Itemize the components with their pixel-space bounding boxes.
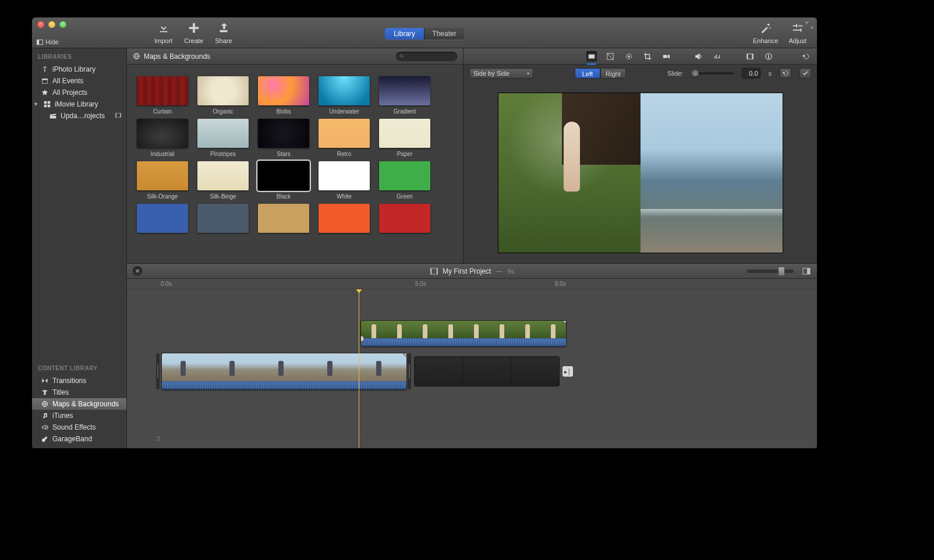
right-column: Maps & Backgrounds CurtainOrganicBlobsUn… xyxy=(127,48,817,448)
close-icon[interactable]: ✕ xyxy=(133,267,142,276)
sidebar-item-iphoto[interactable]: iPhoto Library xyxy=(32,63,126,75)
background-swatch[interactable]: Retro xyxy=(317,119,372,158)
sidebar-item-events[interactable]: All Events xyxy=(32,75,126,87)
background-label: Retro xyxy=(317,151,372,158)
sidebar-item-transitions[interactable]: Transitions xyxy=(32,375,126,387)
background-swatch[interactable] xyxy=(256,204,311,243)
equalizer-icon[interactable] xyxy=(712,51,723,62)
background-swatch[interactable]: Paper xyxy=(377,119,432,158)
ruler-mark: 5.0s xyxy=(415,281,426,287)
sidebar-content-header: CONTENT LIBRARY xyxy=(32,360,126,375)
segment-right[interactable]: Right xyxy=(600,68,626,79)
background-swatch[interactable]: Underwater xyxy=(317,76,372,115)
hide-sidebar-button[interactable]: Hide xyxy=(37,38,59,45)
timeline-clip-placeholder[interactable] xyxy=(415,357,559,386)
crop-icon[interactable] xyxy=(642,51,653,62)
slide-value[interactable]: 0.0 xyxy=(742,68,760,79)
apply-button[interactable] xyxy=(799,68,811,79)
preview-frame[interactable] xyxy=(498,93,783,253)
sidebar-item-sound-effects[interactable]: Sound Effects xyxy=(32,421,126,433)
sidebar-item-imovie-library[interactable]: ▼ iMovie Library xyxy=(32,98,126,110)
film-icon xyxy=(430,268,438,275)
sidebar-item-label: All Events xyxy=(52,77,83,85)
preview-left xyxy=(498,93,641,253)
compare-mode-dropdown[interactable]: Side by Side ▾ xyxy=(469,68,533,79)
stabilization-icon[interactable] xyxy=(661,51,671,62)
sidebar-item-itunes[interactable]: iTunes xyxy=(32,410,126,421)
timeline-settings-icon[interactable] xyxy=(802,267,811,278)
background-swatch[interactable]: Green xyxy=(377,161,432,200)
guitar-icon xyxy=(41,435,48,442)
window-traffic-lights[interactable] xyxy=(37,21,66,28)
slide-slider[interactable] xyxy=(692,72,734,75)
background-swatch[interactable]: Pinstripes xyxy=(196,119,250,158)
fullscreen-icon[interactable] xyxy=(806,22,813,30)
background-swatch[interactable]: Silk-Beige xyxy=(196,161,250,200)
sidebar-item-garageband[interactable]: GarageBand xyxy=(32,433,126,445)
overlay-controls-icon[interactable] xyxy=(586,51,597,62)
slider-knob[interactable] xyxy=(692,70,699,77)
reset-button[interactable] xyxy=(780,68,791,79)
trim-handle-right[interactable] xyxy=(408,353,411,389)
window-minimize-button[interactable] xyxy=(48,21,55,28)
import-button[interactable]: Import xyxy=(154,20,172,44)
speed-icon[interactable] xyxy=(745,51,755,62)
revert-icon[interactable] xyxy=(801,51,811,62)
volume-icon[interactable] xyxy=(694,51,704,62)
sidebar-item-titles[interactable]: Titles xyxy=(32,387,126,398)
left-right-segment[interactable]: Left Right xyxy=(575,68,626,79)
library-theater-segment[interactable]: Library Theater xyxy=(385,28,464,40)
create-button[interactable]: Create xyxy=(184,20,203,44)
music-note-icon xyxy=(41,412,48,419)
segment-library[interactable]: Library xyxy=(385,28,424,40)
background-label xyxy=(317,236,372,243)
background-swatch[interactable]: Stars xyxy=(256,119,311,158)
info-icon[interactable] xyxy=(763,51,774,62)
timeline-zoom-slider[interactable] xyxy=(747,270,794,273)
background-swatch[interactable] xyxy=(377,204,432,243)
sidebar-item-label: iMovie Library xyxy=(55,100,98,108)
share-button[interactable]: Share xyxy=(215,20,232,44)
background-swatch[interactable] xyxy=(317,204,372,243)
speaker-icon xyxy=(41,424,48,431)
background-swatch[interactable] xyxy=(135,204,190,243)
background-swatch[interactable] xyxy=(196,204,250,243)
chevron-down-icon[interactable]: ▼ xyxy=(33,101,38,107)
enhance-button[interactable]: Enhance xyxy=(753,20,778,44)
background-swatch[interactable]: Gradient xyxy=(377,76,432,115)
segment-theater[interactable]: Theater xyxy=(424,28,464,40)
sidebar-item-maps-backgrounds[interactable]: Maps & Backgrounds xyxy=(32,398,126,410)
color-balance-icon[interactable] xyxy=(605,51,615,62)
window-zoom-button[interactable] xyxy=(59,21,66,28)
timeline-clip-main[interactable] xyxy=(162,353,406,389)
background-swatch[interactable]: Organic xyxy=(196,76,250,115)
background-swatch[interactable]: Silk-Orange xyxy=(135,161,190,200)
preview-right xyxy=(641,93,783,253)
sidebar-item-projects[interactable]: All Projects xyxy=(32,87,126,98)
color-correction-icon[interactable] xyxy=(624,51,634,62)
end-marker-icon[interactable]: ▸│ xyxy=(562,366,573,377)
window-close-button[interactable] xyxy=(37,21,44,28)
background-swatch[interactable]: Black xyxy=(256,161,311,200)
segment-left[interactable]: Left xyxy=(575,68,600,79)
trim-handle-left[interactable] xyxy=(156,353,160,389)
background-swatch[interactable]: White xyxy=(317,161,372,200)
background-swatch[interactable]: Blobs xyxy=(256,76,311,115)
timeline-ruler[interactable]: 0.0s 5.0s 8.0s xyxy=(127,279,817,289)
background-label xyxy=(377,236,432,243)
browser-panel: Maps & Backgrounds CurtainOrganicBlobsUn… xyxy=(127,48,464,263)
background-swatch[interactable]: Curtain xyxy=(135,76,190,115)
timeline-audio-lane[interactable] xyxy=(150,433,805,445)
background-label: Paper xyxy=(377,151,432,158)
search-field[interactable] xyxy=(396,52,457,61)
import-icon xyxy=(154,20,172,36)
slider-knob[interactable] xyxy=(779,267,784,275)
magic-wand-icon xyxy=(753,20,778,36)
timeline-tracks[interactable]: ▸│ xyxy=(127,289,817,448)
hide-icon xyxy=(37,39,43,45)
background-swatch[interactable]: Industrial xyxy=(135,119,190,158)
timeline-clip-overlay[interactable] xyxy=(361,321,566,346)
adjust-button[interactable]: Adjust xyxy=(788,20,806,44)
sidebar-item-project[interactable]: Upda…rojects xyxy=(32,110,126,122)
search-input[interactable] xyxy=(407,53,454,60)
